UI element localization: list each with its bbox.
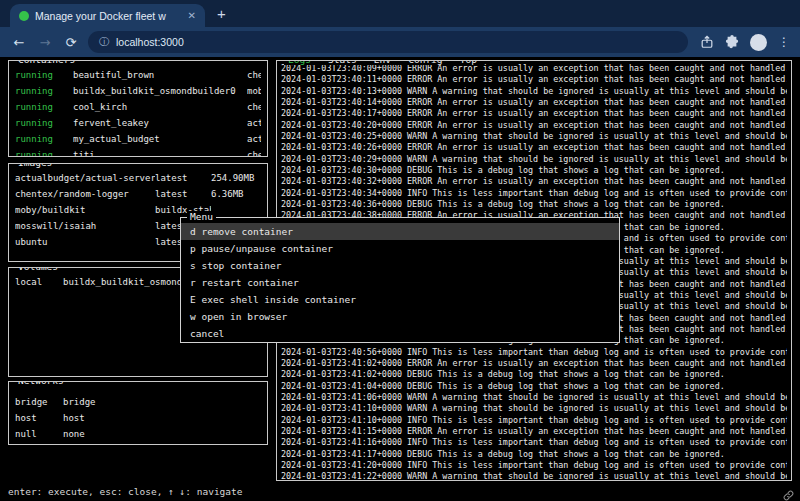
container-row[interactable]: runningbuildx_buildkit_osmondbuilder0mob…	[9, 83, 267, 99]
container-image: chentex/random-logger	[247, 99, 261, 115]
image-size	[211, 202, 261, 218]
image-row[interactable]: actualbudget/actual-serverlatest254.90MB	[9, 170, 267, 186]
log-line: 2024-01-03T23:41:20+0000 INFO This is le…	[281, 460, 787, 471]
container-row[interactable]: runningtitichentex/random-logger	[9, 147, 267, 157]
log-line: 2024-01-03T23:41:22+0000 WARN A warning …	[281, 471, 787, 480]
network-row[interactable]: bridgebridge	[9, 394, 267, 410]
site-info-icon[interactable]: ⓘ	[99, 35, 109, 49]
menu-title: Menu	[187, 211, 216, 222]
menu-item-open-in-browser[interactable]: w open in browser	[181, 308, 619, 325]
image-tag: latest	[155, 186, 211, 202]
menu-item-exec-shell-inside-container[interactable]: E exec shell inside container	[181, 291, 619, 308]
image-name: chentex/random-logger	[15, 186, 155, 202]
extensions-puzzle-icon[interactable]	[725, 35, 739, 49]
container-row[interactable]: runningfervent_leakeyactualbudget/actual…	[9, 115, 267, 131]
log-line: 2024-01-03T23:40:25+0000 WARN A warning …	[281, 131, 787, 142]
browser-toolbar: ← → ⟳ ⓘ localhost:3000 ⋮	[0, 27, 800, 57]
container-name: my_actual_budget	[73, 131, 247, 147]
network-name: bridge	[15, 394, 63, 410]
address-bar[interactable]: ⓘ localhost:3000	[88, 31, 688, 53]
container-name: fervent_leakey	[73, 115, 247, 131]
log-line: 2024-01-03T23:40:34+0000 INFO This is le…	[281, 188, 787, 199]
networks-panel-title: Networks	[15, 381, 67, 386]
tab-close-icon[interactable]: ✕	[188, 10, 196, 21]
logs-tab-logs[interactable]: Logs	[288, 60, 311, 65]
container-state: running	[15, 83, 73, 99]
container-action-menu[interactable]: Menu d remove containerp pause/unpause c…	[180, 217, 620, 343]
menu-item-cancel[interactable]: cancel	[181, 325, 619, 342]
container-state: running	[15, 131, 73, 147]
container-name: cool_kirch	[73, 99, 247, 115]
tab-separator: —	[443, 60, 460, 65]
network-row[interactable]: hosthost	[9, 410, 267, 426]
container-image: actualbudget/actual-server	[247, 115, 261, 131]
containers-panel[interactable]: Containers runningbeautiful_brownchentex…	[8, 60, 268, 157]
menu-item-stop-container[interactable]: s stop container	[181, 257, 619, 274]
back-icon[interactable]: ←	[10, 35, 28, 50]
image-tag: latest	[155, 170, 211, 186]
log-line: 2024-01-03T23:40:26+0000 ERROR An error …	[281, 142, 787, 153]
reload-icon[interactable]: ⟳	[62, 35, 80, 50]
image-name: moby/buildkit	[15, 202, 155, 218]
image-name: mosswill/isaiah	[15, 218, 155, 234]
logs-panel-tabs: Logs — Stats — Env — Config — Top	[284, 60, 481, 65]
container-row[interactable]: runningmy_actual_budgetactualbudget/actu…	[9, 131, 267, 147]
log-line: 2024-01-03T23:40:11+0000 ERROR An error …	[281, 74, 787, 85]
container-state: running	[15, 115, 73, 131]
network-row[interactable]: nullnone	[9, 426, 267, 442]
logs-tab-config[interactable]: Config	[408, 60, 442, 65]
container-row[interactable]: runningbeautiful_brownchentex/random-log…	[9, 67, 267, 83]
container-image: moby/buildkit	[247, 83, 261, 99]
networks-panel[interactable]: Networks bridgebridgehosthostnullnone	[8, 381, 268, 445]
image-row[interactable]: chentex/random-loggerlatest6.36MB	[9, 186, 267, 202]
container-image: chentex/random-logger	[247, 67, 261, 83]
logs-tab-top[interactable]: Top	[460, 60, 477, 65]
image-size: 6.36MB	[211, 186, 261, 202]
logs-tab-env[interactable]: Env	[374, 60, 391, 65]
image-name: actualbudget/actual-server	[15, 170, 155, 186]
browser-menu-icon[interactable]: ⋮	[778, 35, 790, 49]
new-tab-button[interactable]: +	[217, 5, 226, 22]
container-name: buildx_buildkit_osmondbuilder0	[73, 83, 247, 99]
menu-item-pause-unpause-container[interactable]: p pause/unpause container	[181, 240, 619, 257]
log-line: 2024-01-03T23:40:29+0000 WARN A warning …	[281, 154, 787, 165]
browser-tab[interactable]: Manage your Docker fleet w ✕	[10, 4, 205, 27]
images-panel-title: Images	[15, 163, 55, 168]
menu-items: d remove containerp pause/unpause contai…	[181, 218, 619, 342]
log-line: 2024-01-03T23:40:36+0000 DEBUG This is a…	[281, 199, 787, 210]
log-line: 2024-01-03T23:41:16+0000 INFO This is le…	[281, 437, 787, 448]
containers-list: runningbeautiful_brownchentex/random-log…	[9, 61, 267, 157]
log-line: 2024-01-03T23:41:10+0000 INFO This is le…	[281, 415, 787, 426]
log-line: 2024-01-03T23:41:15+0000 ERROR An error …	[281, 426, 787, 437]
log-line: 2024-01-03T23:40:30+0000 DEBUG This is a…	[281, 165, 787, 176]
log-line: 2024-01-03T23:41:04+0000 DEBUG This is a…	[281, 381, 787, 392]
menu-item-remove-container[interactable]: d remove container	[181, 223, 619, 240]
network-driver: none	[63, 426, 261, 442]
image-name: ubuntu	[15, 234, 155, 250]
log-line: 2024-01-03T23:40:17+0000 ERROR An error …	[281, 108, 787, 119]
network-name: null	[15, 426, 63, 442]
image-row[interactable]: moby/buildkitbuildx-stable-1	[9, 202, 267, 218]
site-favicon-icon	[19, 11, 29, 21]
network-name: host	[15, 410, 63, 426]
image-size: 254.90MB	[211, 170, 261, 186]
container-state: running	[15, 67, 73, 83]
forward-icon[interactable]: →	[36, 35, 54, 50]
container-state: running	[15, 147, 73, 157]
log-line: 2024-01-03T23:40:13+0000 WARN A warning …	[281, 86, 787, 97]
browser-chrome: Manage your Docker fleet w ✕ + ← → ⟳ ⓘ l…	[0, 0, 800, 57]
menu-item-restart-container[interactable]: r restart container	[181, 274, 619, 291]
tab-strip: Manage your Docker fleet w ✕ +	[0, 0, 800, 27]
log-line: 2024-01-03T23:40:32+0000 ERROR An error …	[281, 176, 787, 187]
share-icon[interactable]	[700, 35, 714, 49]
log-line: 2024-01-03T23:41:06+0000 WARN A warning …	[281, 392, 787, 403]
container-image: actualbudget/actual-server	[247, 131, 261, 147]
link-icon[interactable]	[783, 486, 794, 501]
url-text: localhost:3000	[116, 36, 184, 48]
log-line: 2024-01-03T23:41:17+0000 DEBUG This is a…	[281, 449, 787, 460]
profile-avatar[interactable]	[750, 34, 767, 51]
logs-tab-stats[interactable]: Stats	[328, 60, 357, 65]
tab-separator: —	[391, 60, 408, 65]
container-row[interactable]: runningcool_kirchchentex/random-logger	[9, 99, 267, 115]
log-line: 2024-01-03T23:40:56+0000 INFO This is le…	[281, 347, 787, 358]
